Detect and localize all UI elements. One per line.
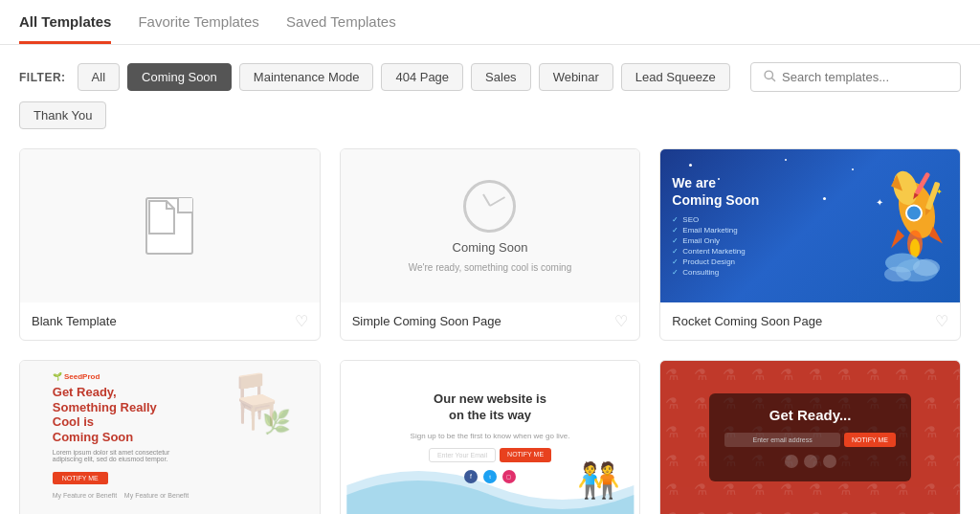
checklist-item: SEO (672, 214, 948, 225)
filter-thank-you[interactable]: Thank You (19, 101, 106, 129)
template-card[interactable]: Coming Soon We're ready, something cool … (340, 148, 641, 341)
template-info: Blank Template ♡ (20, 302, 320, 340)
tab-all-templates[interactable]: All Templates (19, 13, 111, 44)
filter-404-page[interactable]: 404 Page (381, 63, 463, 91)
instagram-icon: ◻ (502, 470, 516, 483)
star-decoration (785, 159, 787, 161)
website-headline-text: Our new website ison the its way (434, 391, 546, 424)
checklist-item: Consulting (672, 267, 948, 278)
filter-maintenance-mode[interactable]: Maintenance Mode (239, 63, 374, 91)
checklist-item: Email Marketing (672, 225, 948, 235)
rocket-content: We areComing Soon SEO Email Marketing Em… (672, 174, 948, 278)
template-card[interactable]: We areComing Soon SEO Email Marketing Em… (659, 148, 961, 341)
red-form-row: Enter email address NOTIFY ME (724, 433, 895, 447)
website-subtext: Sign up to be the first to know when we … (411, 432, 570, 440)
checklist-item: Content Marketing (672, 246, 948, 257)
checklist-item: Email Only (672, 235, 948, 246)
filter-sales[interactable]: Sales (471, 63, 531, 91)
checklist-item: Product Design (672, 257, 948, 267)
red-coming-soon-preview: ⚗ Get Ready... Enter email address NOTIF… (660, 361, 960, 514)
seedprod-preview: 🌱 SeedProd Get Ready,Something Really Co… (20, 361, 320, 514)
website-social-row: f t ◻ (464, 470, 516, 483)
red-social-ig (823, 455, 836, 468)
simple-coming-soon-preview: Coming Soon We're ready, something cool … (341, 149, 640, 302)
svg-line-1 (771, 78, 774, 80)
search-wrapper (750, 62, 961, 92)
favorite-icon[interactable]: ♡ (295, 312, 308, 330)
blank-template-preview (20, 149, 320, 302)
search-input[interactable] (782, 70, 948, 84)
filter-lead-squeeze[interactable]: Lead Squeeze (621, 63, 730, 91)
red-card-content: Get Ready... Enter email address NOTIFY … (709, 393, 910, 481)
facebook-icon: f (464, 470, 478, 483)
red-social-fb (785, 455, 798, 468)
template-grid: Blank Template ♡ Coming Soon We're ready… (0, 139, 980, 514)
template-card[interactable]: 🌱 SeedProd Get Ready,Something Really Co… (19, 360, 321, 514)
search-icon (763, 69, 776, 85)
seedprod-cta-btn[interactable]: NOTIFY ME (53, 472, 108, 484)
tab-saved-templates[interactable]: Saved Templates (286, 13, 396, 44)
star-decoration (689, 164, 692, 167)
red-notify-btn[interactable]: NOTIFY ME (844, 433, 896, 447)
website-notify-btn[interactable]: NOTIFY ME (500, 448, 551, 462)
favorite-icon[interactable]: ♡ (935, 312, 948, 330)
template-card[interactable]: Blank Template ♡ (19, 148, 321, 341)
filter-label: FILTER: (19, 71, 66, 84)
coming-soon-sub: We're ready, something cool is coming (409, 262, 572, 273)
filter-bar: FILTER: All Coming Soon Maintenance Mode… (0, 45, 980, 101)
seedprod-subtext: My Feature or Benefit My Feature or Bene… (53, 492, 287, 499)
filter-bar-row2: Thank You (0, 101, 980, 139)
plant-illustration: 🌿 (262, 409, 291, 436)
rocket-title: We areComing Soon (672, 174, 948, 209)
twitter-icon: t (483, 470, 497, 483)
seedprod-headline: Get Ready,Something Really Cool isComing… (53, 385, 182, 444)
coming-soon-text: Coming Soon (453, 240, 528, 255)
clock-icon (463, 180, 516, 233)
star-decoration (852, 168, 854, 170)
tab-favorite-templates[interactable]: Favorite Templates (138, 13, 258, 44)
template-name: Blank Template (32, 314, 117, 328)
template-name: Rocket Coming Soon Page (672, 314, 822, 328)
filter-all[interactable]: All (78, 63, 120, 91)
red-email-placeholder: Enter email address (724, 433, 840, 447)
template-card[interactable]: ⚗ Get Ready... Enter email address NOTIF… (659, 360, 961, 514)
filter-webinar[interactable]: Webinar (539, 63, 613, 91)
blank-doc-icon (145, 197, 193, 255)
filter-coming-soon[interactable]: Coming Soon (127, 63, 232, 91)
website-coming-soon-preview: Our new website ison the its way Sign up… (341, 361, 640, 514)
template-card[interactable]: Our new website ison the its way Sign up… (340, 360, 641, 514)
rocket-coming-soon-preview: We areComing Soon SEO Email Marketing Em… (660, 149, 960, 302)
template-info: Simple Coming Soon Page ♡ (341, 302, 640, 340)
header-tabs: All Templates Favorite Templates Saved T… (0, 0, 980, 45)
red-social-tw (804, 455, 817, 468)
website-form-row: Enter Your Email NOTIFY ME (429, 448, 551, 462)
favorite-icon[interactable]: ♡ (614, 312, 628, 330)
red-card-title: Get Ready... (724, 407, 895, 423)
website-email-placeholder: Enter Your Email (429, 448, 496, 462)
seedprod-content: 🌱 SeedProd Get Ready,Something Really Co… (41, 361, 299, 514)
people-illustration: 🧑‍🤝‍🧑 (577, 460, 620, 501)
rocket-checklist: SEO Email Marketing Email Only Content M… (672, 214, 948, 278)
template-info: Rocket Coming Soon Page ♡ (660, 302, 960, 340)
seedprod-body-text: Lorem ipsum dolor sit amet consectetur a… (53, 449, 170, 462)
template-name: Simple Coming Soon Page (352, 314, 501, 328)
red-social-row (724, 455, 895, 468)
